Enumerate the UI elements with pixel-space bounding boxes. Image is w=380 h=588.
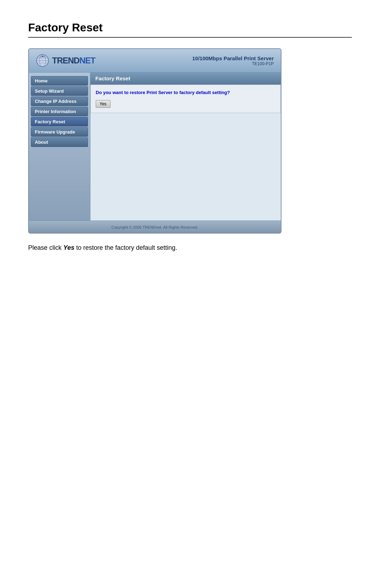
description-text: Please click Yes to restore the factory … xyxy=(28,244,352,252)
page-title: Factory Reset xyxy=(28,21,352,34)
product-title: 10/100Mbps Parallel Print Server xyxy=(192,55,274,61)
device-body: Home Setup Wizard Change IP Address Prin… xyxy=(29,73,281,221)
device-footer: Copyright © 2006 TRENDnet. All Rights Re… xyxy=(29,221,281,233)
sidebar-item-home[interactable]: Home xyxy=(31,76,88,86)
device-header: TRENDnet 10/100Mbps Parallel Print Serve… xyxy=(29,49,281,73)
page-title-section: Factory Reset xyxy=(28,21,352,38)
sidebar-item-printer-info[interactable]: Printer Information xyxy=(31,107,88,116)
sidebar: Home Setup Wizard Change IP Address Prin… xyxy=(29,73,90,221)
description-bold: Yes xyxy=(63,244,74,251)
trendnet-logo-icon xyxy=(36,54,49,67)
content-body: Do you want to restore Print Server to f… xyxy=(90,85,281,113)
content-header-title: Factory Reset xyxy=(95,75,130,81)
content-header: Factory Reset xyxy=(90,73,281,85)
footer-copyright: Copyright © 2006 TRENDnet. All Rights Re… xyxy=(112,225,198,229)
model-number: TE100-P1P xyxy=(192,61,274,66)
description-prefix: Please click xyxy=(28,244,63,251)
sidebar-item-setup-wizard[interactable]: Setup Wizard xyxy=(31,86,88,96)
device-info: 10/100Mbps Parallel Print Server TE100-P… xyxy=(192,55,274,66)
yes-button[interactable]: Yes xyxy=(96,100,110,108)
sidebar-item-firmware-upgrade[interactable]: Firmware Upgrade xyxy=(31,127,88,137)
factory-reset-question: Do you want to restore Print Server to f… xyxy=(96,90,276,95)
sidebar-item-change-ip[interactable]: Change IP Address xyxy=(31,97,88,106)
brand-logo-text: TRENDnet xyxy=(52,56,95,66)
svg-point-6 xyxy=(42,56,44,57)
logo-container: TRENDnet xyxy=(36,54,95,67)
description-suffix: to restore the factory default setting. xyxy=(74,244,177,251)
sidebar-item-about[interactable]: About xyxy=(31,137,88,147)
content-area: Factory Reset Do you want to restore Pri… xyxy=(90,73,281,221)
device-frame: TRENDnet 10/100Mbps Parallel Print Serve… xyxy=(28,48,281,234)
sidebar-item-factory-reset[interactable]: Factory Reset xyxy=(31,117,88,126)
